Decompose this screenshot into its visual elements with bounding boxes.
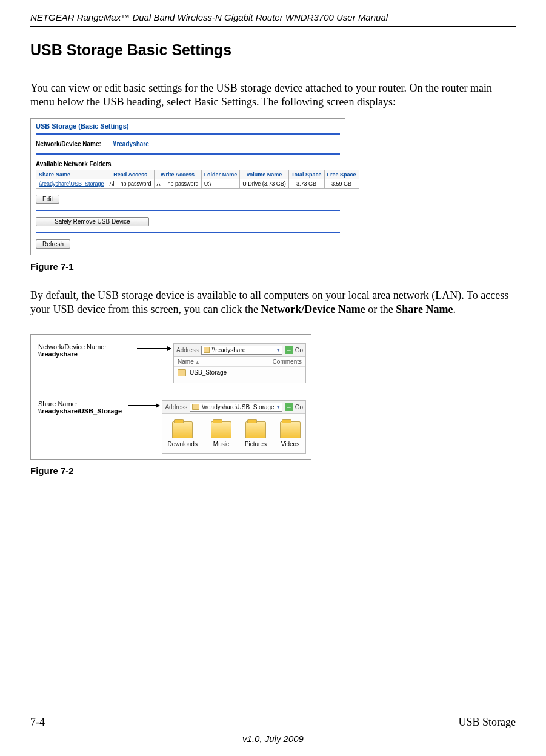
second-paragraph: By default, the USB storage device is av… bbox=[30, 289, 516, 317]
network-folder-icon bbox=[204, 347, 210, 353]
text-bold-network-device-name: Network/Device Name bbox=[261, 303, 365, 315]
folder-label: Downloads bbox=[167, 441, 197, 447]
share-name-example-row: Share Name: \\readyshare\USB_Storage Add… bbox=[38, 400, 306, 454]
arrow-right-icon: → bbox=[285, 403, 293, 411]
text-bold-share-name: Share Name bbox=[396, 303, 453, 315]
explorer-window-readyshare: Address \\readyshare ▾ → Go Name▲ Commen… bbox=[173, 343, 306, 383]
share-name-link[interactable]: \\readyshare\USB_Storage bbox=[39, 181, 104, 187]
col-write-access: Write Access bbox=[154, 170, 201, 179]
folder-icon bbox=[245, 421, 266, 438]
address-bar: Address \\readyshare\USB_Storage ▾ → Go bbox=[162, 401, 305, 414]
column-comments[interactable]: Comments bbox=[273, 358, 302, 365]
go-label: Go bbox=[295, 347, 303, 353]
available-network-folders-label: Available Network Folders bbox=[36, 161, 340, 167]
address-bar: Address \\readyshare ▾ → Go bbox=[174, 344, 305, 357]
text: or the bbox=[365, 303, 396, 315]
col-share-name: Share Name bbox=[36, 170, 107, 179]
callout-value: \\readyshare bbox=[38, 350, 78, 358]
figure-7-2-label: Figure 7-2 bbox=[30, 466, 516, 476]
page-footer: 7-4 USB Storage v1.0, July 2009 bbox=[30, 711, 516, 744]
folder-icon bbox=[280, 421, 301, 438]
cell-folder-name: U:\ bbox=[201, 179, 240, 188]
chapter-label: USB Storage bbox=[459, 716, 516, 729]
address-label: Address bbox=[165, 404, 187, 410]
go-button[interactable]: → Go bbox=[285, 346, 303, 354]
safely-remove-usb-button[interactable]: Safely Remove USB Device bbox=[36, 217, 149, 226]
callout-label: Network/Device Name: bbox=[38, 343, 106, 350]
arrow-right-icon: → bbox=[285, 346, 293, 354]
col-volume-name: Volume Name bbox=[240, 170, 289, 179]
go-button[interactable]: → Go bbox=[285, 403, 303, 411]
chevron-down-icon[interactable]: ▾ bbox=[277, 404, 280, 410]
divider bbox=[36, 232, 340, 233]
go-label: Go bbox=[295, 404, 303, 410]
intro-paragraph: You can view or edit basic settings for … bbox=[30, 81, 516, 110]
cell-free-space: 3.59 GB bbox=[324, 179, 359, 188]
list-item[interactable]: USB_Storage bbox=[174, 367, 305, 383]
folder-icon bbox=[172, 421, 193, 438]
address-value: \\readyshare bbox=[212, 347, 246, 353]
arrow-icon bbox=[128, 405, 159, 406]
list-header: Name▲ Comments bbox=[174, 357, 305, 367]
chevron-down-icon[interactable]: ▾ bbox=[277, 347, 280, 353]
address-label: Address bbox=[176, 347, 199, 353]
cell-read-access: All - no password bbox=[107, 179, 154, 188]
usb-storage-folder-icon bbox=[178, 369, 186, 376]
network-device-name-link[interactable]: \\readyshare bbox=[113, 141, 149, 147]
panel-title: USB Storage (Basic Settings) bbox=[36, 122, 340, 130]
folder-music[interactable]: Music bbox=[211, 421, 231, 447]
share-name-callout: Share Name: \\readyshare\USB_Storage bbox=[38, 400, 126, 415]
folder-icon bbox=[211, 421, 231, 438]
network-device-name-example-row: Network/Device Name: \\readyshare Addres… bbox=[38, 343, 306, 383]
refresh-button[interactable]: Refresh bbox=[36, 239, 70, 249]
folder-icon bbox=[192, 404, 199, 410]
divider bbox=[36, 153, 340, 155]
address-input[interactable]: \\readyshare ▾ bbox=[201, 346, 282, 355]
address-value: \\readyshare\USB_Storage bbox=[202, 404, 275, 410]
cell-write-access: All - no password bbox=[154, 179, 201, 188]
cell-total-space: 3.73 GB bbox=[288, 179, 324, 188]
folder-pictures[interactable]: Pictures bbox=[245, 421, 267, 447]
version-label: v1.0, July 2009 bbox=[30, 734, 516, 744]
sort-asc-icon: ▲ bbox=[195, 360, 200, 365]
network-device-name-label: Network/Device Name: bbox=[36, 141, 101, 147]
callout-value: \\readyshare\USB_Storage bbox=[38, 407, 122, 415]
explorer-window-usb-storage: Address \\readyshare\USB_Storage ▾ → Go … bbox=[162, 400, 306, 454]
folder-thumbnails-row: Downloads Music Pictures Videos bbox=[162, 414, 305, 453]
arrow-icon bbox=[137, 348, 171, 349]
edit-button[interactable]: Edit bbox=[36, 195, 59, 204]
header-title: NETGEAR RangeMax™ Dual Band Wireless-N G… bbox=[30, 0, 516, 27]
col-read-access: Read Access bbox=[107, 170, 154, 179]
network-device-name-row: Network/Device Name: \\readyshare bbox=[36, 141, 340, 147]
folder-label: Pictures bbox=[245, 441, 267, 447]
list-item-label: USB_Storage bbox=[190, 369, 227, 376]
cell-volume-name: U Drive (3.73 GB) bbox=[240, 179, 289, 188]
col-total-space: Total Space bbox=[288, 170, 324, 179]
page-number: 7-4 bbox=[30, 716, 45, 729]
col-folder-name: Folder Name bbox=[201, 170, 240, 179]
figure-7-1-screenshot: USB Storage (Basic Settings) Network/Dev… bbox=[30, 118, 345, 255]
folder-label: Videos bbox=[281, 441, 299, 447]
folder-videos[interactable]: Videos bbox=[280, 421, 301, 447]
folders-table: Share Name Read Access Write Access Fold… bbox=[36, 170, 359, 189]
table-header-row: Share Name Read Access Write Access Fold… bbox=[36, 170, 359, 179]
figure-7-2-screenshot: Network/Device Name: \\readyshare Addres… bbox=[30, 334, 311, 460]
address-input[interactable]: \\readyshare\USB_Storage ▾ bbox=[190, 403, 282, 412]
table-row: \\readyshare\USB_Storage All - no passwo… bbox=[36, 179, 359, 188]
network-device-name-callout: Network/Device Name: \\readyshare bbox=[38, 343, 135, 358]
text: . bbox=[453, 303, 456, 315]
folder-label: Music bbox=[213, 441, 229, 447]
figure-7-1-label: Figure 7-1 bbox=[30, 261, 516, 272]
column-name[interactable]: Name bbox=[178, 358, 194, 365]
divider bbox=[36, 210, 340, 211]
section-title: USB Storage Basic Settings bbox=[30, 41, 516, 64]
callout-label: Share Name: bbox=[38, 400, 78, 407]
folder-downloads[interactable]: Downloads bbox=[167, 421, 197, 447]
col-free-space: Free Space bbox=[324, 170, 359, 179]
divider bbox=[36, 133, 340, 135]
